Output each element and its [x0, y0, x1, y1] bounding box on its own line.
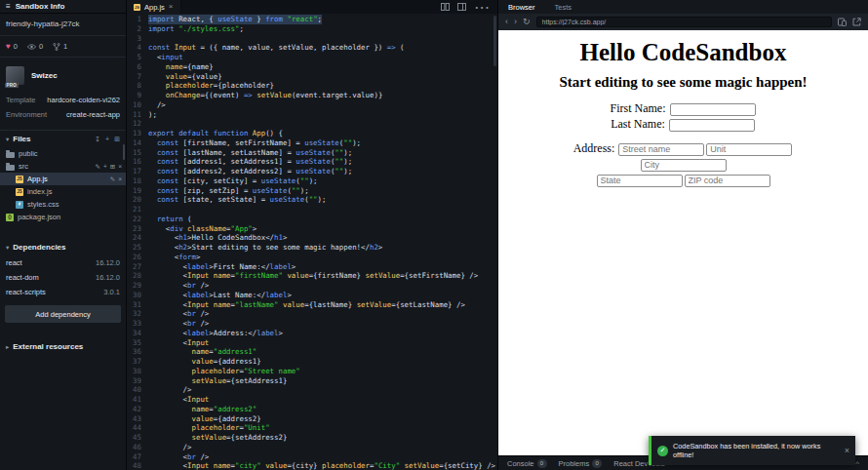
code-line[interactable]: 5 <input	[127, 53, 497, 62]
code-line[interactable]: 43 value={address2}	[127, 414, 497, 424]
code-line[interactable]: 10 />	[127, 100, 497, 110]
forward-icon[interactable]: ›	[514, 18, 517, 26]
code-line[interactable]: 6 name={name}	[127, 62, 497, 72]
preview-layout-icon[interactable]	[457, 3, 466, 11]
code-line[interactable]: 45 setValue={setAddress2}	[127, 433, 497, 443]
last-name-input[interactable]	[669, 119, 755, 132]
new-folder-icon[interactable]: ⊞	[114, 136, 120, 143]
code-line[interactable]: 13export default function App() {	[127, 129, 497, 138]
code-line[interactable]: 37 value={address1}	[127, 357, 497, 367]
dependency-row[interactable]: react-dom16.12.0	[0, 270, 126, 285]
code-line[interactable]: 3	[127, 34, 497, 44]
new-file-icon[interactable]: +	[105, 136, 109, 143]
code-line[interactable]: 9 onChange={(event) => setValue(event.ta…	[127, 91, 497, 100]
file-row-styles-css[interactable]: #styles.css	[0, 198, 126, 211]
code-line[interactable]: 16 const [address1, setAddress1] = useSt…	[127, 157, 497, 167]
code-line[interactable]: 19 const [zip, setZip] = useState("");	[127, 186, 497, 196]
code-line[interactable]: 32 <br />	[127, 309, 497, 319]
code-line[interactable]: 26 <form>	[127, 253, 497, 262]
code-line[interactable]: 27 <label>First Name:</label>	[127, 262, 497, 272]
problems-tab[interactable]: Problems 0	[559, 459, 603, 468]
code-line[interactable]: 28 <Input name="firstName" value={firstN…	[127, 271, 497, 281]
code-line[interactable]: 40 />	[127, 385, 497, 395]
avatar[interactable]: PRO	[6, 66, 24, 85]
code-line[interactable]: 34 <label>Address:</label>	[127, 329, 497, 338]
file-row-app-js[interactable]: JSApp.js✎×	[0, 173, 126, 185]
file-row-index-js[interactable]: JSindex.js	[0, 185, 126, 198]
code-line[interactable]: 46 />	[127, 443, 497, 452]
street-input[interactable]	[618, 143, 704, 156]
expand-devtools-icon[interactable]: ^	[855, 459, 859, 468]
first-name-input[interactable]	[670, 103, 756, 116]
code-line[interactable]: 22 return (	[127, 215, 497, 224]
code-line[interactable]: 31 <Input name="lastName" value={lastNam…	[127, 300, 497, 310]
code-line[interactable]: 48 <Input name="city" value={city} place…	[127, 461, 497, 470]
state-input[interactable]	[597, 175, 683, 187]
code-line[interactable]: 11);	[127, 110, 497, 120]
open-new-window-icon[interactable]	[852, 18, 861, 26]
file-row-public[interactable]: public	[0, 147, 126, 160]
forks-stat[interactable]: 1	[53, 42, 67, 51]
external-resources-section-header[interactable]: ▸ External resources	[0, 338, 126, 355]
code-line[interactable]: 47 <br />	[127, 452, 497, 462]
unit-input[interactable]	[706, 143, 792, 156]
code-line[interactable]: 41 <Input	[127, 395, 497, 405]
author-name[interactable]: Swizec	[31, 71, 58, 80]
code-line[interactable]: 4const Input = ({ name, value, setValue,…	[127, 43, 497, 53]
url-input[interactable]	[536, 17, 832, 27]
code-line[interactable]: 1import React, { useState } from "react"…	[127, 15, 497, 24]
file-row-src[interactable]: src✎+⊞×	[0, 160, 126, 173]
code-line[interactable]: 17 const [address2, setAddress2] = useSt…	[127, 167, 497, 176]
tab-browser[interactable]: Browser	[498, 0, 545, 14]
code-line[interactable]: 21	[127, 205, 497, 215]
dependencies-section-header[interactable]: ▾ Dependencies	[0, 239, 126, 255]
back-icon[interactable]: ‹	[505, 18, 508, 26]
code-line[interactable]: 30 <label>Last Name:</label>	[127, 291, 497, 300]
download-sandbox-icon[interactable]: ↧	[95, 136, 100, 143]
city-input[interactable]	[641, 159, 727, 172]
responsive-preview-icon[interactable]	[838, 18, 847, 26]
new-folder-icon[interactable]: ⊞	[110, 163, 115, 171]
rename-icon[interactable]: ✎	[96, 163, 100, 171]
code-line[interactable]: 7 value={value}	[127, 72, 497, 82]
code-line[interactable]: 29 <br />	[127, 281, 497, 291]
new-file-icon[interactable]: +	[103, 163, 107, 171]
dependency-row[interactable]: react16.12.0	[0, 255, 126, 270]
tab-tests[interactable]: Tests	[545, 0, 582, 14]
code-line[interactable]: 38 placeholder="Street name"	[127, 367, 497, 376]
dependency-row[interactable]: react-scripts3.0.1	[0, 285, 126, 299]
code-line[interactable]: 44 placeholder="Unit"	[127, 423, 497, 433]
heart-icon[interactable]: ♥	[6, 42, 11, 51]
code-line[interactable]: 39 setValue={setAddress1}	[127, 376, 497, 386]
code-line[interactable]: 25 <h2>Start editing to see some magic h…	[127, 243, 497, 253]
code-line[interactable]: 14 const [firstName, setFirstName] = use…	[127, 138, 497, 148]
code-line[interactable]: 23 <div className="App">	[127, 224, 497, 234]
menu-icon[interactable]: ≡	[6, 2, 11, 11]
code-line[interactable]: 24 <h1>Hello CodeSandbox</h1>	[127, 233, 497, 243]
files-section-header[interactable]: ▾ Files ↧ + ⊞	[0, 131, 126, 147]
code-line[interactable]: 18 const [city, setCity] = useState("");	[127, 176, 497, 186]
code-line[interactable]: 42 name="address2"	[127, 405, 497, 414]
code-line[interactable]: 35 <Input	[127, 338, 497, 348]
zip-input[interactable]	[685, 175, 770, 187]
refresh-icon[interactable]: ↻	[523, 18, 531, 26]
file-row-package-json[interactable]: {}package.json	[0, 211, 126, 223]
code-line[interactable]: 15 const [lastName, setLastName] = useSt…	[127, 148, 497, 158]
delete-icon[interactable]: ×	[118, 176, 122, 183]
delete-icon[interactable]: ×	[118, 163, 122, 171]
tab-app-js[interactable]: JS App.js ×	[127, 0, 181, 14]
code-line[interactable]: 8 placeholder={placeholder}	[127, 81, 497, 91]
console-tab[interactable]: Console 0	[507, 459, 547, 468]
template-value[interactable]: hardcore-colden-vi262	[47, 96, 120, 104]
code-area[interactable]: 1import React, { useState } from "react"…	[127, 14, 497, 470]
add-dependency-button[interactable]: Add dependency	[5, 305, 121, 323]
code-line[interactable]: 12	[127, 119, 497, 129]
rename-icon[interactable]: ✎	[110, 176, 115, 183]
close-toast-icon[interactable]: ×	[845, 447, 849, 455]
code-line[interactable]: 33 <br />	[127, 319, 497, 329]
code-line[interactable]: 36 name="address1"	[127, 347, 497, 357]
likes-stat[interactable]: ♥ 0	[6, 42, 18, 51]
split-editor-icon[interactable]	[441, 3, 450, 11]
code-line[interactable]: 2import "./styles.css";	[127, 24, 497, 34]
close-tab-icon[interactable]: ×	[169, 3, 174, 11]
